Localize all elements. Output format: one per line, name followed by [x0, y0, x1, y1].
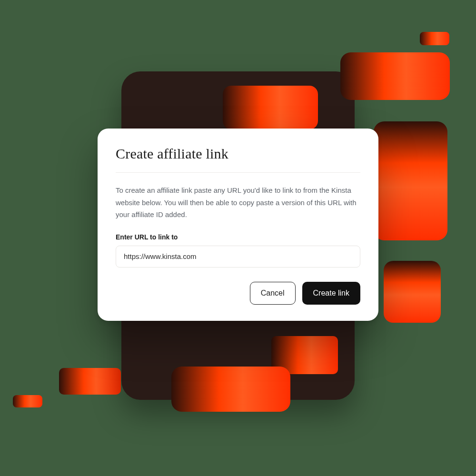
create-affiliate-link-modal: Create affiliate link To create an affil…	[98, 129, 378, 321]
modal-actions: Cancel Create link	[116, 282, 360, 305]
cancel-button[interactable]: Cancel	[250, 282, 296, 305]
modal-description: To create an affiliate link paste any UR…	[116, 184, 360, 221]
url-input[interactable]	[116, 246, 360, 268]
url-field-label: Enter URL to link to	[116, 233, 360, 241]
gradient-chip	[13, 395, 42, 407]
modal-title: Create affiliate link	[116, 146, 360, 162]
gradient-chip	[59, 368, 121, 395]
create-link-button[interactable]: Create link	[302, 282, 360, 305]
gradient-chip	[420, 32, 449, 45]
gradient-chip	[340, 52, 450, 100]
gradient-chip	[223, 86, 318, 129]
gradient-chip	[384, 261, 441, 323]
gradient-chip	[171, 367, 290, 412]
divider	[116, 172, 360, 173]
gradient-chip	[374, 121, 447, 240]
